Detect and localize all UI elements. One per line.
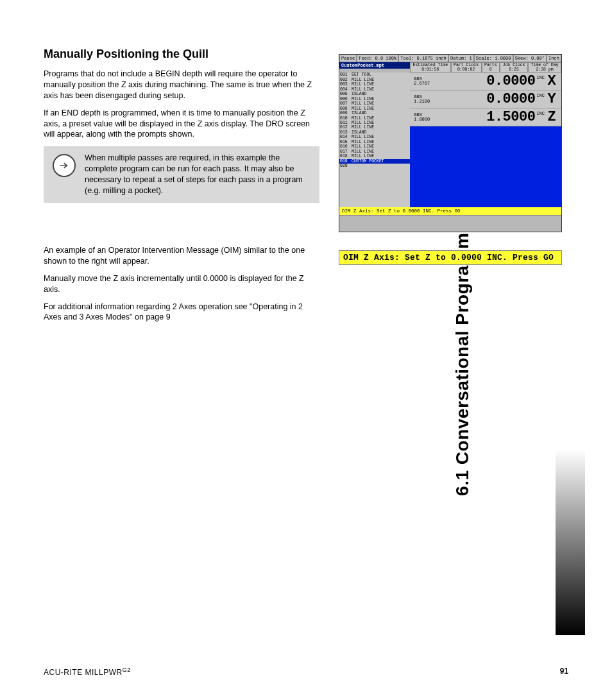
topbar-tool: Tool: 0.1875 inch xyxy=(398,55,448,62)
paragraph-4: Manually move the Z axis incrementally u… xyxy=(44,273,319,295)
topbar-skew: Skew: 0.00° xyxy=(513,55,547,62)
oim-strip-bottom: OIM Z Axis: Set Z to 0.0000 INC. Press G… xyxy=(339,250,562,265)
paragraph-3: An example of an Operator Intervention M… xyxy=(44,245,319,267)
program-step: 003MILL LINE xyxy=(339,82,410,87)
left-column: Programs that do not include a BEGIN dep… xyxy=(44,69,319,203)
page-number: 91 xyxy=(560,667,568,677)
program-step: 015MILL LINE xyxy=(339,140,410,144)
time-of-day: Time of Day2:38 pm xyxy=(528,62,561,73)
program-step: 008MILL LINE xyxy=(339,107,410,111)
topbar-unit: Inch xyxy=(547,55,561,62)
dro-graphics-pane xyxy=(410,126,561,207)
program-step: 007MILL LINE xyxy=(339,101,410,106)
dro-topbar: Pause Feed: 0.0 100% Tool: 0.1875 inch D… xyxy=(339,55,561,62)
paragraph-1: Programs that do not include a BEGIN dep… xyxy=(44,69,319,101)
program-step: 011MILL LINE xyxy=(339,121,410,125)
program-step: 018MILL LINE xyxy=(339,154,410,158)
note-text: When multiple passes are required, in th… xyxy=(85,153,310,196)
program-step: 002MILL LINE xyxy=(339,78,410,82)
footer-product: ACU-RITE MILLPWRG2 xyxy=(44,667,131,677)
page-content: Manually Positioning the Quill Programs … xyxy=(44,47,568,663)
program-step: 020 xyxy=(339,164,410,168)
dro-main: 001SET TOOL002MILL LINE003MILL LINE004MI… xyxy=(339,73,561,207)
program-step: 012MILL LINE xyxy=(339,125,410,130)
dro-axis-y: ABS1.21800.0000INCY xyxy=(410,90,561,108)
program-step: 017MILL LINE xyxy=(339,149,410,154)
program-title: CustomPocket.mpt xyxy=(339,62,410,69)
dro-axis-z: ABS1.00001.5000INCZ xyxy=(410,108,561,126)
note-box: When multiple passes are required, in th… xyxy=(44,146,319,203)
program-step: 016MILL LINE xyxy=(339,144,410,149)
program-step: 005ISLAND xyxy=(339,92,410,96)
program-step: 019CUSTOM POCKET xyxy=(339,159,410,164)
arrow-right-icon xyxy=(53,154,76,177)
program-step: 013ISLAND xyxy=(339,130,410,135)
parts: Parts0 xyxy=(482,62,500,73)
topbar-datum: Datum: 1 xyxy=(448,55,474,62)
job-clock: Job Clock0:25 xyxy=(500,62,528,73)
dro-topbar-2: Estimated Time0:01:56 Part Clock0:00:02 … xyxy=(410,62,561,73)
program-step: 009ISLAND xyxy=(339,111,410,115)
program-step: 006MILL LINE xyxy=(339,97,410,101)
lower-text-block: An example of an Operator Intervention M… xyxy=(44,245,319,329)
dro-axis-x: ABS2.67670.0000INCX xyxy=(410,73,561,90)
dro-screenshot: Pause Feed: 0.0 100% Tool: 0.1875 inch D… xyxy=(339,54,562,232)
dro-readout-area: ABS2.67670.0000INCXABS1.21800.0000INCYAB… xyxy=(410,73,561,207)
program-step: 004MILL LINE xyxy=(339,87,410,92)
oim-message-bar: OIM Z Axis: Set Z to 0.0000 INC. Press G… xyxy=(339,207,561,215)
topbar-scale: Scale: 1.0000 xyxy=(474,55,513,62)
est-time: Estimated Time0:01:56 xyxy=(410,62,451,73)
page-footer: ACU-RITE MILLPWRG2 91 xyxy=(44,667,568,677)
paragraph-2: If an END depth is programmed, when it i… xyxy=(44,108,319,141)
program-step-list: 001SET TOOL002MILL LINE003MILL LINE004MI… xyxy=(339,73,410,207)
program-step: 014MILL LINE xyxy=(339,135,410,139)
topbar-feed: Feed: 0.0 100% xyxy=(357,55,398,62)
program-step: 010MILL LINE xyxy=(339,116,410,121)
topbar-pause: Pause xyxy=(339,55,357,62)
part-clock: Part Clock0:00:02 xyxy=(451,62,482,73)
paragraph-5: For additional information regarding 2 A… xyxy=(44,302,319,323)
program-step: 001SET TOOL xyxy=(339,73,410,77)
softkey-bar xyxy=(339,215,561,232)
